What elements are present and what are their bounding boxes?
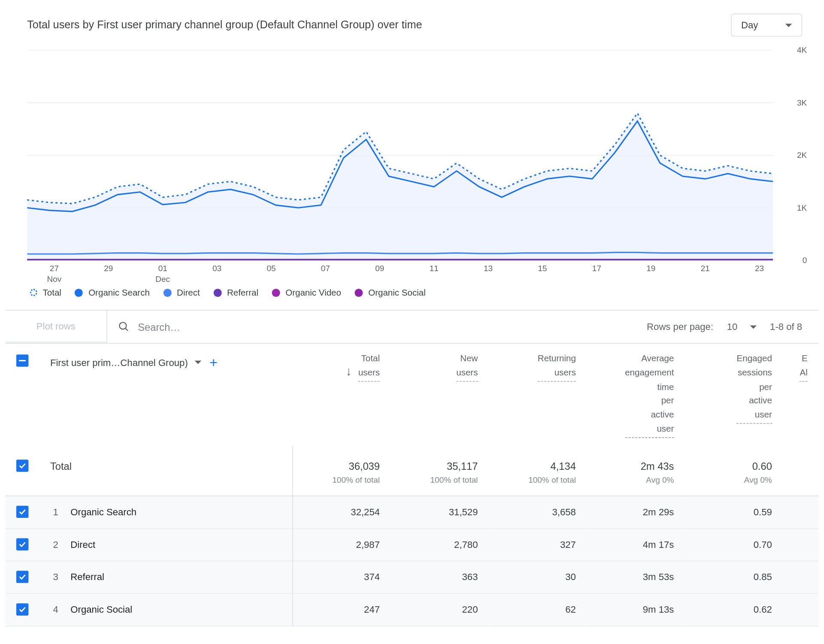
legend-label: Organic Social: [368, 287, 426, 298]
total-cell: 2m 43s: [587, 446, 685, 475]
rows-per-page-label: Rows per page:: [647, 321, 713, 332]
y-axis-label: 4K: [780, 45, 807, 55]
cell: 220: [391, 593, 488, 626]
column-header-new-users[interactable]: Newusers: [391, 344, 488, 446]
total-cell: 4,134: [489, 446, 587, 475]
cell: 32,254: [293, 496, 391, 528]
x-axis-label: 05: [267, 264, 276, 275]
chevron-down-icon: [750, 325, 757, 329]
total-label: Total: [39, 446, 293, 475]
legend-label: Organic Video: [285, 287, 341, 298]
table-row[interactable]: 1Organic Search32,25431,5293,6582m 29s0.…: [6, 496, 818, 528]
add-dimension-button[interactable]: +: [209, 352, 217, 374]
legend-dot: [30, 289, 37, 296]
cell: 2,987: [293, 528, 391, 561]
x-axis-label: 29: [104, 264, 113, 275]
row-name: 2Direct: [39, 528, 293, 561]
legend-item[interactable]: Direct: [163, 287, 200, 298]
table-row[interactable]: 2Direct2,9872,7803274m 17s0.70: [6, 528, 818, 561]
cell: 4m 17s: [587, 528, 685, 561]
row-checkbox[interactable]: [16, 460, 28, 472]
legend-dot: [355, 288, 363, 296]
cell: 374: [293, 561, 391, 593]
column-header-returning-users[interactable]: Returningusers: [489, 344, 587, 446]
total-sub-cell: 100% of total: [293, 475, 391, 496]
select-all-checkbox[interactable]: [16, 354, 28, 366]
data-table: First user prim…Channel Group) + ↓ Total…: [6, 344, 818, 626]
legend-item[interactable]: Total: [30, 287, 61, 298]
line-chart: 01K2K3K4K27Nov2901Dec0305070911131517192…: [6, 50, 818, 267]
plot-rows-button[interactable]: Plot rows: [6, 311, 107, 343]
x-axis-label: 03: [212, 264, 221, 275]
x-axis-label: 21: [701, 264, 710, 275]
x-axis-label: 13: [484, 264, 493, 275]
legend-item[interactable]: Organic Search: [75, 287, 150, 298]
svg-line-6: [125, 328, 128, 331]
total-sub-cell: 100% of total: [391, 475, 488, 496]
total-sub-cell: 100% of total: [489, 475, 587, 496]
column-header-total-users[interactable]: ↓ Totalusers: [293, 344, 391, 446]
cell: 363: [391, 561, 488, 593]
row-checkbox[interactable]: [16, 603, 28, 615]
legend-item[interactable]: Referral: [213, 287, 258, 298]
pagination-range: 1-8 of 8: [770, 321, 802, 332]
total-cell: 35,117: [391, 446, 488, 475]
table-row[interactable]: 4Organic Social247220629m 13s0.62: [6, 593, 818, 626]
legend-item[interactable]: Organic Social: [355, 287, 426, 298]
x-axis-label: 15: [538, 264, 547, 275]
cell: 2,780: [391, 528, 488, 561]
cell: 2m 29s: [587, 496, 685, 528]
column-header-avg-engagement[interactable]: Averageengagementtimeperactiveuser: [587, 344, 685, 446]
legend-label: Total: [43, 287, 61, 298]
table-row[interactable]: 3Referral374363303m 53s0.85: [6, 561, 818, 593]
search-input[interactable]: [138, 321, 636, 333]
x-axis-label: 07: [321, 264, 330, 275]
row-name: 1Organic Search: [39, 496, 293, 528]
legend-label: Referral: [227, 287, 258, 298]
total-cell: 36,039: [293, 446, 391, 475]
chart-title: Total users by First user primary channe…: [27, 19, 422, 31]
x-axis-label: 19: [646, 264, 655, 275]
x-axis-label: 23: [755, 264, 764, 275]
arrow-down-icon: ↓: [345, 365, 351, 378]
legend-dot: [75, 288, 83, 296]
legend-item[interactable]: Organic Video: [272, 287, 341, 298]
total-sub-cell: Avg 0%: [587, 475, 685, 496]
row-checkbox[interactable]: [16, 538, 28, 550]
x-axis-label: 27Nov: [47, 264, 62, 285]
chevron-down-icon: [195, 361, 202, 364]
chart-legend: TotalOrganic SearchDirectReferralOrganic…: [6, 267, 818, 310]
cell: 30: [489, 561, 587, 593]
cell: 3,658: [489, 496, 587, 528]
cell: 0.59: [685, 496, 783, 528]
row-name: 3Referral: [39, 561, 293, 593]
rows-per-page-select[interactable]: 10: [727, 321, 757, 332]
cell: 0.62: [685, 593, 783, 626]
legend-dot: [272, 288, 280, 296]
legend-dot: [213, 288, 221, 296]
cell: 62: [489, 593, 587, 626]
chevron-down-icon: [785, 24, 792, 27]
y-axis-label: 0: [780, 256, 807, 265]
column-header-engaged-sessions[interactable]: Engagedsessionsperactiveuser: [685, 344, 783, 446]
column-header-more[interactable]: EAl: [783, 344, 818, 446]
cell: 0.85: [685, 561, 783, 593]
total-cell: 0.60: [685, 446, 783, 475]
x-axis-label: 09: [375, 264, 384, 275]
y-axis-label: 3K: [780, 98, 807, 107]
cell: 9m 13s: [587, 593, 685, 626]
y-axis-label: 1K: [780, 203, 807, 212]
dimension-select[interactable]: First user prim…Channel Group): [50, 355, 201, 370]
x-axis-label: 01Dec: [155, 264, 170, 285]
granularity-value: Day: [741, 20, 758, 30]
cell: 3m 53s: [587, 561, 685, 593]
granularity-select[interactable]: Day: [731, 14, 802, 37]
x-axis-label: 11: [430, 264, 439, 275]
row-name: 4Organic Social: [39, 593, 293, 626]
cell: 0.70: [685, 528, 783, 561]
x-axis-label: 17: [592, 264, 601, 275]
legend-label: Organic Search: [88, 287, 150, 298]
row-checkbox[interactable]: [16, 571, 28, 583]
row-checkbox[interactable]: [16, 505, 28, 517]
legend-label: Direct: [177, 287, 200, 298]
